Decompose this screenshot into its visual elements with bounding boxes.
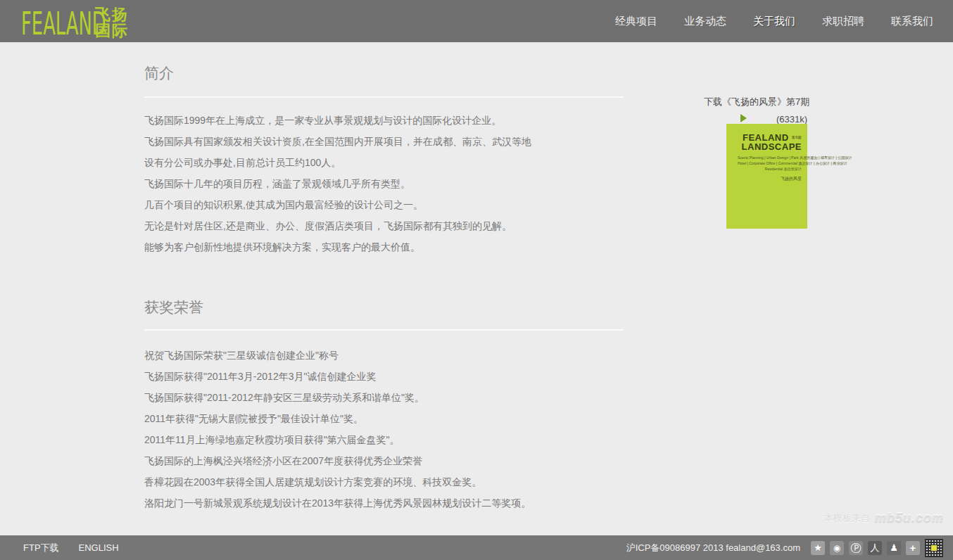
footer-right-cluster: 沪ICP备09086997 2013 fealand@163.com ★ ◉ Ⓟ… [626, 535, 943, 560]
header-bar: FEALAND 飞扬 国际 经典项目 业务动态 关于我们 求职招聘 联系我们 [0, 0, 953, 42]
awards-list: 祝贺飞扬国际荣获"三星级诚信创建企业"称号 飞扬国际获得"2011年3月-201… [144, 345, 637, 514]
cover-brand-label: 飞扬的风景 [726, 176, 802, 182]
download-arrow-icon[interactable] [740, 114, 747, 122]
page: FEALAND 飞扬 国际 经典项目 业务动态 关于我们 求职招聘 联系我们 简… [0, 0, 953, 560]
award-line: 飞扬国际获得"2011-2012年静安区三星级劳动关系和谐单位"奖。 [144, 387, 637, 408]
renren-icon[interactable]: 人 [868, 541, 882, 555]
cover-category-lines: Scenic Planning | Urban Design | Park 风景… [726, 155, 802, 172]
magazine-cover-image[interactable]: FEALAND 第6期 LANDSCAPE Scenic Planning | … [726, 124, 807, 229]
footer-bar: FTP下载 ENGLISH 沪ICP备09086997 2013 fealand… [0, 535, 953, 560]
main-nav: 经典项目 业务动态 关于我们 求职招聘 联系我们 [615, 0, 933, 42]
award-line: 2011年获得"无锡大剧院被授予"最佳设计单位"奖。 [144, 408, 637, 429]
nav-item-contact-us[interactable]: 联系我们 [891, 15, 933, 28]
magazine-cover-content: FEALAND 第6期 LANDSCAPE Scenic Planning | … [726, 124, 802, 229]
site-logo[interactable]: FEALAND 飞扬 国际 [21, 5, 132, 39]
cover-issue-label: 第6期 [792, 135, 802, 139]
download-size-row: (6331k) [704, 113, 807, 125]
tencent-weibo-icon[interactable]: ♟ [887, 541, 901, 555]
nav-item-classic-projects[interactable]: 经典项目 [615, 15, 657, 28]
footer-link-english[interactable]: ENGLISH [79, 542, 119, 553]
intro-section-title: 简介 [144, 63, 174, 83]
magazine-download-block: 下载《飞扬的风景》第7期 (6331k) [704, 96, 807, 125]
intro-divider [144, 96, 624, 98]
share-plus-icon[interactable]: + [906, 541, 920, 555]
awards-divider [144, 329, 624, 331]
award-line: 2011年11月上海绿地嘉定秋霞坊项目获得"第六届金盘奖"。 [144, 429, 637, 450]
footer-link-ftp-download[interactable]: FTP下载 [23, 542, 59, 554]
intro-line: 飞扬国际十几年的项目历程，涵盖了景观领域几乎所有类型。 [144, 173, 637, 194]
intro-line: 飞扬国际1999年在上海成立，是一家专业从事景观规划与设计的国际化设计企业。 [144, 110, 637, 131]
intro-paragraphs: 飞扬国际1999年在上海成立，是一家专业从事景观规划与设计的国际化设计企业。 飞… [144, 110, 637, 257]
logo-wordmark: FEALAND [21, 5, 106, 42]
intro-line: 几百个项目的知识积累,使其成为国内最富经验的设计公司之一。 [144, 194, 637, 215]
icp-record-text: 沪ICP备09086997 2013 fealand@163.com [626, 542, 800, 554]
award-line: 洛阳龙门一号新城景观系统规划设计在2013年获得上海优秀风景园林规划设计二等奖项… [144, 492, 637, 514]
nav-item-business-news[interactable]: 业务动态 [684, 15, 726, 28]
download-size-label: (6331k) [776, 114, 807, 125]
intro-line: 设有分公司或办事处,目前总计员工约100人。 [144, 152, 637, 173]
cover-category-line: Scenic Planning | Urban Design | Park 风景… [738, 155, 802, 160]
footer-links: FTP下载 ENGLISH [23, 535, 119, 560]
magazine-download-link[interactable]: 下载《飞扬的风景》第7期 [704, 96, 807, 108]
nav-item-recruitment[interactable]: 求职招聘 [822, 15, 864, 28]
award-line: 飞扬国际获得"2011年3月-2012年3月"诚信创建企业奖 [144, 366, 637, 387]
pengyou-icon[interactable]: Ⓟ [849, 541, 863, 555]
cover-category-line: Residential 居住区设计 [738, 167, 802, 172]
cover-title-line2: LANDSCAPE [726, 142, 802, 152]
watermark-site-logo: mb5u.com [875, 511, 944, 526]
nav-item-about-us[interactable]: 关于我们 [753, 15, 795, 28]
cover-category-line: Hotel | Corporate Office | Commercial 酒店… [738, 161, 802, 166]
award-line: 祝贺飞扬国际荣获"三星级诚信创建企业"称号 [144, 345, 637, 366]
intro-line: 无论是针对居住区,还是商业、办公、度假酒店类项目，飞扬国际都有其独到的见解。 [144, 215, 637, 236]
qzone-icon[interactable]: ★ [811, 541, 825, 555]
awards-section-title: 获奖荣誉 [144, 298, 203, 317]
intro-line: 飞扬国际具有国家颁发相关设计资质,在全国范围内开展项目，并在成都、南京、武汉等地 [144, 131, 637, 152]
template-watermark[interactable]: 本模板来自 mb5u.com [824, 511, 944, 526]
qr-code-image [925, 539, 943, 557]
intro-line: 能够为客户创新性地提供环境解决方案，实现客户的最大价值。 [144, 236, 637, 257]
weibo-icon[interactable]: ◉ [830, 541, 844, 555]
award-line: 香樟花园在2003年获得全国人居建筑规划设计方案竞赛的环境、科技双金奖。 [144, 471, 637, 492]
watermark-prefix: 本模板来自 [824, 512, 870, 525]
award-line: 飞扬国际的上海枫泾兴塔经济小区在2007年度获得优秀企业荣誉 [144, 450, 637, 471]
